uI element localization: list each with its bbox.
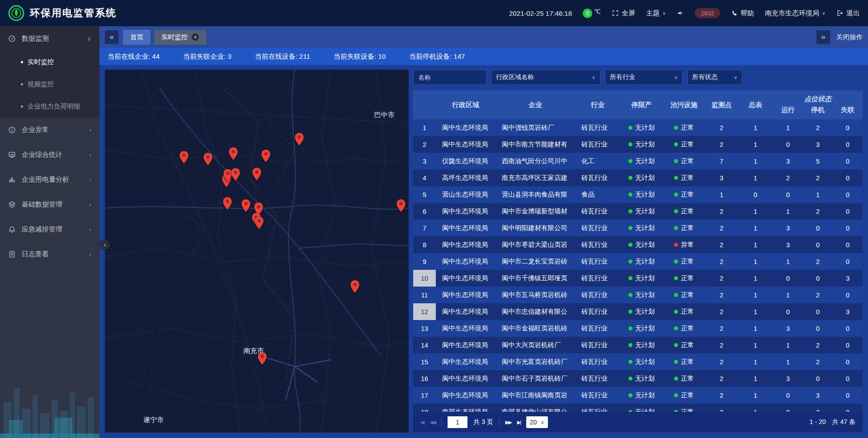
enterprise-location-pin[interactable] bbox=[350, 280, 360, 295]
sidebar-item-log-view[interactable]: 日志查看‹ bbox=[0, 242, 99, 267]
table-row[interactable]: 16阆中生态环境局阆中市石子页岩机砖厂砖瓦行业无计划正常21300 bbox=[413, 370, 863, 387]
industry-select[interactable]: 所有行业 ∨ bbox=[605, 70, 683, 85]
sidebar-group-power-usage-analysis: 企业用电量分析‹ bbox=[0, 167, 99, 192]
table-row[interactable]: 4高坪生态环境局南充市高坪区王家店建砖瓦行业无计划正常31220 bbox=[413, 170, 863, 186]
cell-offline: 0 bbox=[833, 287, 863, 303]
tabs-scroll-right-button[interactable]: » bbox=[816, 30, 830, 44]
sidebar-item-data-monitoring[interactable]: 数据监测∨ bbox=[0, 26, 99, 51]
sidebar-item-enterprise-abnormal[interactable]: 企业异常‹ bbox=[0, 118, 99, 142]
page-title: 环保用电监管系统 bbox=[30, 6, 117, 20]
tab-item[interactable]: 实时监控× bbox=[154, 30, 206, 45]
table-row[interactable]: 17阆中生态环境局阆中市江南镇阆南页岩砖瓦行业无计划正常21030 bbox=[413, 387, 863, 404]
enterprise-location-pin[interactable] bbox=[229, 147, 238, 162]
sidebar-item-power-usage-analysis[interactable]: 企业用电量分析‹ bbox=[0, 167, 99, 192]
table-row[interactable]: 12阆中生态环境局阆中市忠信建材有限公砖瓦行业无计划正常21003 bbox=[413, 303, 863, 320]
enterprise-location-pin[interactable] bbox=[179, 151, 189, 166]
last-page-button[interactable]: ▶| bbox=[517, 419, 520, 425]
notification-count-badge[interactable]: 2632 bbox=[695, 8, 720, 18]
chevron-down-icon: ∨ bbox=[674, 75, 678, 80]
cell-stopped: 0 bbox=[803, 303, 833, 320]
help-button[interactable]: 帮助 bbox=[731, 9, 754, 18]
header-index bbox=[413, 90, 436, 119]
region-select[interactable]: 行政区域名称 ∨ bbox=[491, 70, 600, 85]
close-icon[interactable]: × bbox=[192, 33, 199, 41]
logout-button[interactable]: 退出 bbox=[836, 9, 860, 18]
enterprise-location-pin[interactable] bbox=[396, 199, 406, 214]
sidebar-subitem[interactable]: 实时监控 bbox=[0, 51, 99, 73]
cell-stopped: 2 bbox=[803, 119, 833, 136]
enterprise-location-pin[interactable] bbox=[254, 216, 264, 231]
first-page-button[interactable]: |◀ bbox=[420, 419, 424, 425]
announcement-button[interactable] bbox=[677, 9, 684, 17]
cell-industry: 砖瓦行业 bbox=[575, 253, 620, 270]
status-dot-green bbox=[628, 142, 632, 146]
cell-production-status: 无计划 bbox=[620, 186, 663, 203]
sidebar-subitem[interactable]: 视频监控 bbox=[0, 73, 99, 95]
bullet-icon bbox=[21, 61, 23, 63]
page-input[interactable] bbox=[448, 416, 467, 428]
sidebar-item-base-data-management[interactable]: 基础数据管理‹ bbox=[0, 192, 99, 217]
fullscreen-button[interactable]: 全屏 bbox=[612, 9, 635, 18]
cell-offline: 0 bbox=[833, 370, 863, 387]
table-row[interactable]: 18南部生态环境局南部县建华山河有限公砖瓦行业无计划正常21030 bbox=[413, 404, 863, 412]
table-row[interactable]: 7阆中生态环境局阆中明阳建材有限公司砖瓦行业无计划正常21300 bbox=[413, 220, 863, 236]
tab-item[interactable]: 首页 bbox=[123, 30, 151, 45]
table-row[interactable]: 8阆中生态环境局阆中市枣碧大梁山页岩砖瓦行业无计划异常21300 bbox=[413, 236, 863, 253]
sidebar-group-data-monitoring: 数据监测∨实时监控视频监控企业电力负荷明细 bbox=[0, 26, 99, 118]
tabs-scroll-left-button[interactable]: « bbox=[105, 30, 118, 44]
cell-industry: 砖瓦行业 bbox=[575, 387, 620, 404]
status-dot-red bbox=[674, 243, 678, 247]
header-stopped: 停机 bbox=[803, 105, 833, 119]
table-row[interactable]: 1阆中生态环境局阆中强锐页岩砖厂砖瓦行业无计划正常21120 bbox=[413, 119, 863, 136]
table-row[interactable]: 10阆中生态环境局阆中市千佛镇五郎垭页砖瓦行业无计划正常21003 bbox=[413, 270, 863, 287]
map-panel[interactable]: 巴中市南充市遂宁市 ‹ bbox=[105, 70, 409, 433]
table-row[interactable]: 11阆中生态环境局阆中市五马桥页岩机砖砖瓦行业无计划正常21120 bbox=[413, 287, 863, 303]
cell-stopped: 0 bbox=[803, 370, 833, 387]
table-row[interactable]: 6阆中生态环境局阆中市金博瑞新型墙材砖瓦行业无计划正常21120 bbox=[413, 203, 863, 220]
next-page-button[interactable]: ▶▶ bbox=[505, 419, 511, 425]
gauge-icon bbox=[8, 35, 16, 42]
sidebar-item-enterprise-statistics[interactable]: 企业综合统计‹ bbox=[0, 142, 99, 167]
name-search-input[interactable] bbox=[413, 70, 486, 85]
prev-page-button[interactable]: ◀◀ bbox=[429, 419, 435, 425]
sidebar-group-enterprise-statistics: 企业综合统计‹ bbox=[0, 142, 99, 167]
tab-list: 首页实时监控× bbox=[123, 30, 206, 45]
cell-facility-status: 正常 bbox=[663, 303, 705, 320]
chevron-down-icon: ∨ bbox=[87, 35, 91, 42]
enterprise-location-pin[interactable] bbox=[252, 167, 262, 183]
table-row[interactable]: 15阆中生态环境局阆中市光富页岩机砖厂砖瓦行业无计划正常21120 bbox=[413, 353, 863, 370]
cell-meters: 1 bbox=[738, 203, 773, 220]
chevron-left-icon: ‹ bbox=[90, 226, 91, 233]
table-row[interactable]: 9阆中生态环境局阆中市二龙长宝页岩砖砖瓦行业无计划正常21120 bbox=[413, 253, 863, 270]
cell-meters: 1 bbox=[738, 370, 773, 387]
organization-dropdown[interactable]: 南充市生态环境局 ∨ bbox=[765, 9, 826, 18]
page-size-select[interactable]: 20 ∨ bbox=[526, 416, 548, 428]
cell-production-status: 无计划 bbox=[620, 136, 663, 153]
sidebar-subitem[interactable]: 企业电力负荷明细 bbox=[0, 95, 99, 118]
cell-enterprise: 阆中市石子页岩机砖厂 bbox=[495, 370, 575, 387]
cell-production-status: 无计划 bbox=[620, 370, 663, 387]
enterprise-location-pin[interactable] bbox=[261, 149, 271, 165]
table-row[interactable]: 5营山生态环境局营山县润丰肉食品有限食品无计划正常10010 bbox=[413, 186, 863, 203]
table-row[interactable]: 3仪陇生态环境局西南油气田分公司川中化工无计划正常71350 bbox=[413, 153, 863, 170]
header-point-status: 点位状态 bbox=[773, 90, 863, 105]
sidebar-item-label: 企业异常 bbox=[22, 126, 84, 134]
table-row[interactable]: 13阆中生态环境局阆中市金福旺页岩机砖砖瓦行业无计划正常21300 bbox=[413, 320, 863, 337]
enterprise-location-pin[interactable] bbox=[241, 199, 250, 214]
cell-region: 阆中生态环境局 bbox=[436, 270, 495, 287]
enterprise-location-pin[interactable] bbox=[231, 168, 240, 183]
enterprise-location-pin[interactable] bbox=[222, 197, 232, 212]
sidebar-item-emergency-reduction[interactable]: 应急减排管理‹ bbox=[0, 217, 99, 242]
cell-region: 阆中生态环境局 bbox=[436, 387, 495, 404]
status-select[interactable]: 所有状态 ∨ bbox=[687, 70, 742, 85]
status-dot-green bbox=[628, 393, 632, 397]
enterprise-location-pin[interactable] bbox=[203, 152, 213, 168]
chevron-left-icon: ‹ bbox=[90, 151, 91, 158]
close-operations-button[interactable]: 关闭操作 bbox=[836, 33, 863, 42]
theme-dropdown[interactable]: 主题 ∨ bbox=[646, 9, 666, 18]
layers-icon bbox=[8, 201, 16, 208]
table-row[interactable]: 14阆中生态环境局阆中大兴页岩机砖厂砖瓦行业无计划正常21120 bbox=[413, 337, 863, 353]
enterprise-location-pin[interactable] bbox=[295, 132, 304, 148]
table-row[interactable]: 2阆中生态环境局阆中市南方节能建材有砖瓦行业无计划正常21030 bbox=[413, 136, 863, 153]
cell-facility-status: 异常 bbox=[663, 236, 705, 253]
